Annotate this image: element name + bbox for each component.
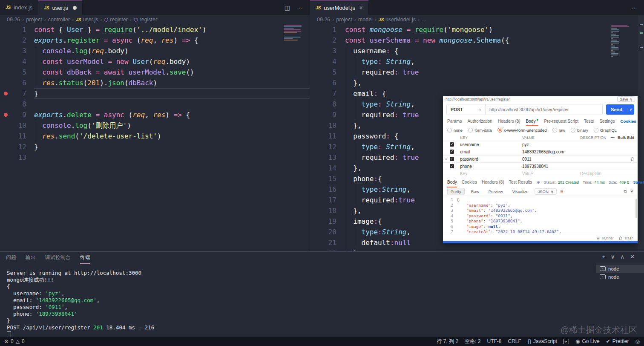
format-dropdown[interactable]: JSON∨ xyxy=(535,188,556,195)
cell-value[interactable]: 1483922665@qq.com xyxy=(522,150,580,154)
response-json-viewer[interactable]: 1{2 "username": "pyz",3 "email": "148392… xyxy=(443,196,638,235)
checkbox-checked[interactable]: ✓ xyxy=(450,157,454,161)
copy-icon[interactable]: ⧉ xyxy=(624,189,627,194)
minimap[interactable] xyxy=(611,25,630,57)
status-item-空格: 2[interactable]: 空格: 2 xyxy=(465,338,480,345)
maximize-panel-icon[interactable]: ∧ xyxy=(621,254,625,260)
code-editor-user-js[interactable]: 1const { User } = require('../model/inde… xyxy=(0,24,310,251)
minimap[interactable] xyxy=(284,25,302,43)
trash-icon[interactable] xyxy=(630,157,634,161)
terminal-session-node[interactable]: ›node xyxy=(596,273,644,281)
response-tab-Headers (8)[interactable]: Headers (8) xyxy=(482,177,504,187)
body-mode-raw[interactable]: raw xyxy=(552,128,565,133)
more-actions-icon[interactable]: ⋯ xyxy=(297,4,303,11)
search-icon[interactable]: ⚲ xyxy=(630,189,633,194)
request-tab-Body[interactable]: Body xyxy=(526,117,539,126)
status-item-Go Live[interactable]: ◉Go Live xyxy=(575,338,600,344)
request-tab-Tests[interactable]: Tests xyxy=(584,117,594,126)
terminal-output[interactable]: Server is running at http://localhost:30… xyxy=(7,270,593,335)
trash-button[interactable]: Trash xyxy=(618,236,633,240)
breadcrumb-item[interactable]: model xyxy=(358,17,373,23)
checkbox-checked[interactable]: ✓ xyxy=(450,164,454,168)
cell-key-placeholder[interactable]: Key xyxy=(460,171,522,176)
body-mode-binary[interactable]: binary xyxy=(571,128,588,133)
status-item-UTF-8[interactable]: UTF-8 xyxy=(487,338,502,344)
request-tab-Settings[interactable]: Settings xyxy=(599,117,615,126)
url-input[interactable]: http://localhost:3000/api/v1/user/regist… xyxy=(486,107,572,112)
panel-tab-问题[interactable]: 问题 xyxy=(6,252,16,263)
problems-status[interactable]: ⊗ 0 △ 0 xyxy=(4,338,25,344)
cell-key[interactable]: username xyxy=(460,142,522,147)
status-item-icon[interactable]: ▸ xyxy=(564,339,569,344)
request-tab-Pre-request Script[interactable]: Pre-request Script xyxy=(544,117,578,126)
cell-value-placeholder[interactable]: Value xyxy=(522,171,580,176)
response-tab-Test Results[interactable]: Test Results xyxy=(509,177,532,187)
response-tab-Body[interactable]: Body xyxy=(447,177,457,187)
wrap-lines-icon[interactable]: ≣ xyxy=(560,189,564,194)
save-response-button[interactable]: Save Response∨ xyxy=(633,180,644,185)
bulk-edit[interactable]: •••Bulk Edit xyxy=(606,136,638,140)
scrollbar[interactable] xyxy=(635,199,637,218)
more-actions-icon[interactable]: ⋯ xyxy=(631,4,637,11)
breadcrumb-item[interactable]: JSuser.js xyxy=(76,17,98,23)
close-panel-icon[interactable]: ✕ xyxy=(630,254,635,260)
view-Preview[interactable]: Preview xyxy=(486,188,506,195)
request-tab-Authorization[interactable]: Authorization xyxy=(467,117,492,126)
body-mode-x-www-form-urlencoded[interactable]: x-www-form-urlencoded xyxy=(497,128,547,133)
status-item-Prettier[interactable]: ✔Prettier xyxy=(606,338,629,344)
runner-button[interactable]: ⊞ Runner xyxy=(597,236,614,240)
request-tab-Headers (8)[interactable]: Headers (8) xyxy=(498,117,520,126)
method-select[interactable]: POST ∨ xyxy=(447,104,486,115)
breadcrumb-item[interactable]: project xyxy=(336,17,352,23)
breadcrumb-item[interactable]: ⬡register xyxy=(134,17,157,23)
breadcrumb-item[interactable]: ⬡register xyxy=(104,17,128,23)
close-icon[interactable]: ✕ xyxy=(359,5,363,11)
breadcrumb-item[interactable]: 09.26 xyxy=(7,17,20,23)
cell-value[interactable]: 0911 xyxy=(522,157,580,161)
body-mode-none[interactable]: none xyxy=(447,128,463,133)
panel-tab-输出[interactable]: 输出 xyxy=(26,252,36,263)
checkbox-checked[interactable]: ✓ xyxy=(450,150,454,154)
editor-tab-user.js[interactable]: JSuser.js xyxy=(38,0,83,15)
drag-handle-icon[interactable]: ≡ xyxy=(445,157,448,161)
body-mode-form-data[interactable]: form-data xyxy=(468,128,492,133)
status-item-CRLF[interactable]: CRLF xyxy=(508,338,521,344)
cell-description-placeholder[interactable]: Description xyxy=(580,171,606,176)
panel-tab-终端[interactable]: 终端 xyxy=(80,252,90,264)
breadcrumb-item[interactable]: JSuserModel.js xyxy=(379,17,416,23)
overview-ruler[interactable] xyxy=(638,15,644,251)
json-token: : xyxy=(491,235,495,235)
checkbox-checked[interactable]: ✓ xyxy=(450,142,454,147)
token: save xyxy=(170,68,186,76)
split-editor-icon[interactable]: ◫ xyxy=(285,4,290,11)
cell-value[interactable]: pyz xyxy=(522,142,580,147)
status-item-行 7, 列 2[interactable]: 行 7, 列 2 xyxy=(437,338,459,345)
terminal-session-node[interactable]: ›node xyxy=(596,265,644,273)
editor-tab-userModel.js[interactable]: JSuserModel.js✕ xyxy=(310,0,369,15)
terminal-profile-dropdown-icon[interactable]: ∨ xyxy=(611,254,615,260)
cell-key[interactable]: password xyxy=(460,157,522,161)
request-tab-Params[interactable]: Params xyxy=(447,117,462,126)
breadcrumb-item[interactable]: project xyxy=(26,17,42,23)
breakpoint-dot[interactable] xyxy=(4,92,8,95)
cell-value[interactable]: 18973938041 xyxy=(522,164,580,169)
breadcrumb-item[interactable]: ... xyxy=(422,17,426,23)
save-button[interactable]: Save ∨ xyxy=(617,96,635,102)
breadcrumb-item[interactable]: controller xyxy=(48,17,70,23)
view-Raw[interactable]: Raw xyxy=(468,188,482,195)
response-tab-Cookies[interactable]: Cookies xyxy=(462,177,477,187)
cell-key[interactable]: phone xyxy=(460,164,522,169)
body-mode-GraphQL[interactable]: GraphQL xyxy=(594,128,617,133)
cookies-link[interactable]: Cookies xyxy=(621,119,636,124)
view-Pretty[interactable]: Pretty xyxy=(447,188,465,195)
panel-tab-调试控制台[interactable]: 调试控制台 xyxy=(45,252,71,263)
editor-tab-index.js[interactable]: JSindex.js xyxy=(0,0,38,15)
breadcrumb-item[interactable]: 09.26 xyxy=(317,17,330,23)
view-Visualize[interactable]: Visualize xyxy=(509,188,532,195)
status-item-icon[interactable]: ◎ xyxy=(635,338,640,344)
status-item-JavaScript[interactable]: {}JavaScript xyxy=(528,338,557,344)
breakpoint-dot[interactable] xyxy=(4,113,8,117)
send-button[interactable]: Send ∨ xyxy=(606,104,634,115)
new-terminal-button[interactable]: + xyxy=(602,254,605,260)
cell-key[interactable]: email xyxy=(460,150,522,154)
